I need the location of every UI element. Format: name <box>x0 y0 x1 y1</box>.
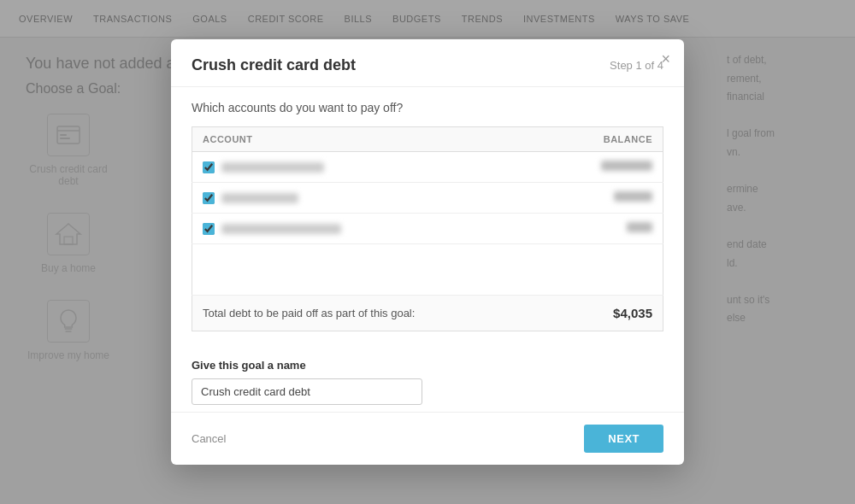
table-header-row: ACCOUNT BALANCE <box>192 127 663 152</box>
account-checkbox-1[interactable] <box>203 161 215 173</box>
balance-amount-3 <box>627 222 652 232</box>
table-row <box>192 152 663 183</box>
account-checkbox-3[interactable] <box>203 223 215 235</box>
account-row-2 <box>203 192 541 204</box>
account-name-1 <box>221 162 324 173</box>
total-amount: $4,035 <box>613 306 652 320</box>
modal-footer: Cancel NEXT <box>171 412 684 465</box>
next-button[interactable]: NEXT <box>584 425 663 453</box>
close-button[interactable]: × <box>661 51 670 67</box>
modal-body: Which accounts do you want to pay off? A… <box>171 87 684 345</box>
modal: Crush credit card debt Step 1 of 4 × Whi… <box>171 39 684 465</box>
col-account: ACCOUNT <box>192 127 552 152</box>
cancel-button[interactable]: Cancel <box>192 432 226 445</box>
balance-cell-2 <box>551 183 663 214</box>
spacer-row <box>192 244 663 296</box>
account-row-1 <box>203 161 541 173</box>
account-checkbox-2[interactable] <box>203 192 215 204</box>
balance-amount-1 <box>601 161 652 171</box>
account-name-2 <box>221 193 298 203</box>
account-cell-1 <box>192 152 552 183</box>
table-row <box>192 214 663 244</box>
total-amount-cell: $4,035 <box>551 296 663 331</box>
modal-step: Step 1 of 4 <box>610 59 663 72</box>
total-row: Total debt to be paid off as part of thi… <box>192 296 663 331</box>
balance-cell-1 <box>551 152 663 183</box>
goal-name-section: Give this goal a name <box>171 345 684 412</box>
accounts-table: ACCOUNT BALANCE <box>192 126 663 331</box>
total-label-cell: Total debt to be paid off as part of thi… <box>192 296 552 331</box>
goal-name-input[interactable] <box>192 378 422 405</box>
account-name-3 <box>221 224 341 234</box>
balance-cell-3 <box>551 214 663 244</box>
account-cell-3 <box>192 214 552 244</box>
spacer-cell <box>192 244 663 296</box>
col-balance: BALANCE <box>551 127 663 152</box>
balance-amount-2 <box>614 191 652 202</box>
modal-overlay: Crush credit card debt Step 1 of 4 × Whi… <box>0 0 855 504</box>
account-row-3 <box>203 223 541 235</box>
goal-name-label: Give this goal a name <box>192 359 663 372</box>
modal-question: Which accounts do you want to pay off? <box>192 101 663 114</box>
modal-title: Crush credit card debt <box>192 56 356 74</box>
table-row <box>192 183 663 214</box>
account-cell-2 <box>192 183 552 214</box>
modal-header: Crush credit card debt Step 1 of 4 × <box>171 39 684 87</box>
